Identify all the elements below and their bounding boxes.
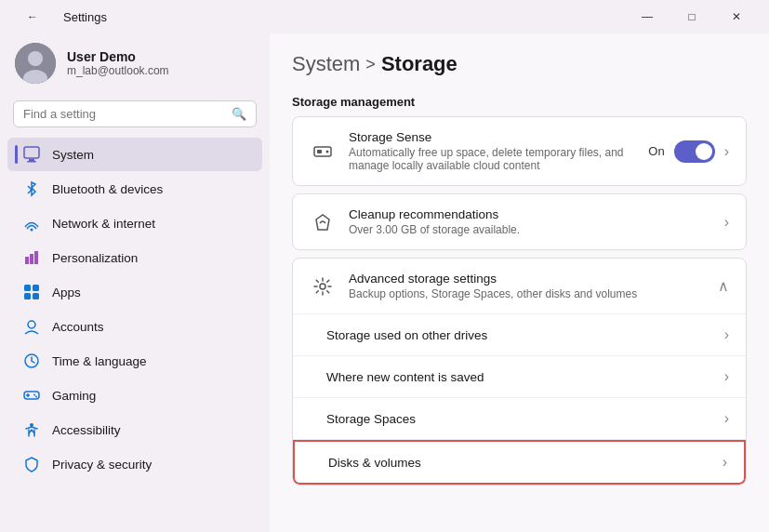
storage-sense-row[interactable]: Storage Sense Automatically free up spac… xyxy=(293,117,746,185)
new-content-chevron: › xyxy=(724,368,729,385)
sidebar-item-personalization-label: Personalization xyxy=(52,251,138,265)
sub-row-disks-volumes-label: Disks & volumes xyxy=(328,456,723,470)
cleanup-action: › xyxy=(724,214,729,231)
cleanup-chevron: › xyxy=(724,214,729,231)
sidebar-item-system[interactable]: System xyxy=(7,138,262,171)
sub-row-disks-volumes[interactable]: Disks & volumes › xyxy=(293,440,746,485)
sub-row-other-drives-label: Storage used on other drives xyxy=(326,328,724,342)
svg-rect-10 xyxy=(24,285,31,291)
sub-row-other-drives[interactable]: Storage used on other drives › xyxy=(293,314,746,356)
main-content: System > Storage Storage management Stor… xyxy=(270,33,769,532)
sidebar-item-accessibility[interactable]: Accessibility xyxy=(7,413,262,446)
sidebar-item-apps[interactable]: Apps xyxy=(7,275,262,309)
app-body: User Demo m_lab@outlook.com 🔍 System Blu… xyxy=(0,33,769,532)
storage-sense-toggle[interactable] xyxy=(674,140,715,163)
user-section[interactable]: User Demo m_lab@outlook.com xyxy=(0,33,270,97)
svg-rect-5 xyxy=(27,161,36,163)
svg-point-25 xyxy=(320,284,325,289)
apps-icon xyxy=(22,283,41,301)
cleanup-text: Cleanup recommendations Over 3.00 GB of … xyxy=(349,207,711,236)
sidebar-item-personalization[interactable]: Personalization xyxy=(7,241,262,274)
storage-sense-subtitle: Automatically free up space, delete temp… xyxy=(349,146,635,172)
svg-point-20 xyxy=(35,396,37,398)
sub-row-storage-spaces-label: Storage Spaces xyxy=(326,412,724,426)
svg-rect-4 xyxy=(29,159,34,161)
accounts-icon xyxy=(22,317,41,336)
storage-sense-icon xyxy=(310,139,336,165)
accessibility-icon xyxy=(22,420,41,439)
svg-rect-13 xyxy=(33,293,39,299)
user-email: m_lab@outlook.com xyxy=(67,64,169,77)
svg-rect-3 xyxy=(24,147,39,158)
sidebar-item-accounts-label: Accounts xyxy=(52,320,104,334)
section-title: Storage management xyxy=(292,95,747,109)
breadcrumb-separator: > xyxy=(365,55,376,74)
storage-sense-card: Storage Sense Automatically free up spac… xyxy=(292,116,747,186)
sub-row-storage-spaces[interactable]: Storage Spaces › xyxy=(293,398,746,440)
search-icon: 🔍 xyxy=(232,107,246,121)
svg-point-1 xyxy=(28,51,43,66)
back-icon: ← xyxy=(27,10,38,23)
personalization-icon xyxy=(22,248,41,267)
sidebar-item-gaming[interactable]: Gaming xyxy=(7,379,262,412)
breadcrumb-current: Storage xyxy=(381,52,457,76)
advanced-text: Advanced storage settings Backup options… xyxy=(349,272,705,300)
time-icon xyxy=(22,352,41,370)
storage-sense-action: On › xyxy=(648,140,729,163)
svg-rect-7 xyxy=(25,257,29,264)
sidebar-item-accounts[interactable]: Accounts xyxy=(7,310,262,343)
breadcrumb-parent: System xyxy=(292,52,360,76)
titlebar: ← Settings — □ ✕ xyxy=(0,0,769,33)
minimize-button[interactable]: — xyxy=(626,4,669,30)
sidebar-item-accessibility-label: Accessibility xyxy=(52,423,121,437)
bluetooth-icon xyxy=(22,180,41,198)
sidebar-item-privacy[interactable]: Privacy & security xyxy=(7,447,262,481)
sidebar-item-network-label: Network & internet xyxy=(52,217,155,231)
sidebar-item-network[interactable]: Network & internet xyxy=(7,206,262,240)
storage-sense-title: Storage Sense xyxy=(349,130,635,144)
sidebar-item-apps-label: Apps xyxy=(52,286,81,299)
close-button[interactable]: ✕ xyxy=(715,4,758,30)
sidebar-item-system-label: System xyxy=(52,148,94,162)
cleanup-title: Cleanup recommendations xyxy=(349,207,711,221)
disks-volumes-chevron: › xyxy=(723,454,727,471)
system-icon xyxy=(22,145,41,164)
search-box[interactable]: 🔍 xyxy=(13,100,257,127)
advanced-action: ∧ xyxy=(718,277,729,295)
privacy-icon xyxy=(22,455,41,473)
sidebar-item-time[interactable]: Time & language xyxy=(7,344,262,378)
sub-row-new-content[interactable]: Where new content is saved › xyxy=(293,356,746,398)
sidebar-item-privacy-label: Privacy & security xyxy=(52,458,152,472)
search-input[interactable] xyxy=(23,107,226,121)
advanced-title: Advanced storage settings xyxy=(349,272,705,286)
maximize-button[interactable]: □ xyxy=(670,4,713,30)
cleanup-icon xyxy=(310,209,336,235)
sidebar-item-bluetooth-label: Bluetooth & devices xyxy=(52,182,163,196)
sidebar-item-bluetooth[interactable]: Bluetooth & devices xyxy=(7,172,262,206)
storage-sense-text: Storage Sense Automatically free up spac… xyxy=(349,130,635,172)
svg-rect-23 xyxy=(317,150,322,153)
user-name: User Demo xyxy=(67,49,169,64)
cleanup-subtitle: Over 3.00 GB of storage available. xyxy=(349,223,711,236)
back-button[interactable]: ← xyxy=(11,4,54,30)
nav-menu: System Bluetooth & devices Network & int… xyxy=(0,137,270,482)
svg-point-24 xyxy=(326,150,329,153)
gaming-icon xyxy=(22,386,41,405)
advanced-card: Advanced storage settings Backup options… xyxy=(292,258,747,485)
sidebar-item-time-label: Time & language xyxy=(52,354,147,368)
user-info: User Demo m_lab@outlook.com xyxy=(67,49,169,77)
advanced-header-row[interactable]: Advanced storage settings Backup options… xyxy=(293,259,746,314)
window-controls: — □ ✕ xyxy=(626,4,758,30)
toggle-label: On xyxy=(648,144,664,158)
app-title: Settings xyxy=(63,10,107,24)
svg-point-19 xyxy=(33,394,35,396)
sidebar: User Demo m_lab@outlook.com 🔍 System Blu… xyxy=(0,33,270,532)
breadcrumb: System > Storage xyxy=(292,52,747,76)
advanced-chevron: ∧ xyxy=(718,277,729,295)
sub-row-new-content-label: Where new content is saved xyxy=(326,370,724,384)
advanced-icon xyxy=(310,273,336,299)
storage-spaces-chevron: › xyxy=(724,410,729,427)
cleanup-row[interactable]: Cleanup recommendations Over 3.00 GB of … xyxy=(293,194,746,249)
cleanup-card: Cleanup recommendations Over 3.00 GB of … xyxy=(292,193,747,250)
other-drives-chevron: › xyxy=(724,326,729,343)
